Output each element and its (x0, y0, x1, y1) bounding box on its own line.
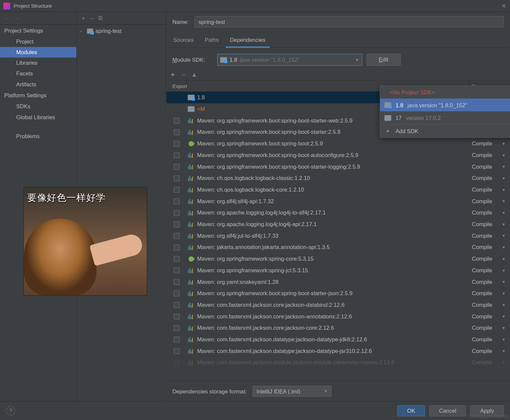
export-checkbox[interactable] (174, 360, 180, 366)
scope-select[interactable]: Compile▼ (469, 221, 510, 227)
dep-row[interactable]: Maven: org.springframework:spring-jcl:5.… (166, 265, 510, 276)
scope-select[interactable]: Compile▼ (469, 187, 510, 193)
scope-select[interactable]: Compile▼ (469, 256, 510, 262)
scope-select[interactable]: Compile▼ (469, 336, 510, 343)
meme-text: 要像好色一样好学 (24, 187, 147, 209)
popup-sdk-1.8[interactable]: 1.8 java version "1.8.0_152" (380, 99, 510, 112)
dep-row[interactable]: Maven: com.fasterxml.jackson.module:jack… (166, 357, 510, 368)
cancel-button[interactable]: Cancel (429, 405, 466, 416)
nav-problems[interactable]: Problems (0, 131, 76, 141)
export-checkbox[interactable] (174, 290, 180, 296)
scope-select[interactable]: Compile▼ (469, 232, 510, 239)
tab-paths[interactable]: Paths (204, 34, 220, 47)
dep-row[interactable]: Maven: org.apache.logging.log4j:log4j-to… (166, 207, 510, 218)
export-checkbox[interactable] (174, 118, 180, 124)
module-sdk-select[interactable]: 1.8 java version "1.8.0_152" ▼ (217, 54, 362, 66)
dep-row[interactable]: Maven: org.springframework.boot:spring-b… (166, 138, 510, 149)
export-checkbox[interactable] (174, 279, 180, 285)
dep-row[interactable]: Maven: org.slf4j:jul-to-slf4j:1.7.33Comp… (166, 230, 510, 242)
dep-row[interactable]: Maven: org.springframework.boot:spring-b… (166, 288, 510, 299)
ok-button[interactable]: OK (397, 405, 425, 416)
export-checkbox[interactable] (174, 302, 180, 308)
export-checkbox[interactable] (174, 140, 180, 146)
help-button[interactable]: ? (6, 406, 15, 415)
tab-dependencies[interactable]: Dependencies (229, 34, 266, 47)
export-checkbox[interactable] (174, 152, 180, 158)
nav-sdks[interactable]: SDKs (0, 101, 76, 112)
nav-project[interactable]: Project (0, 36, 76, 47)
edit-sdk-button[interactable]: Edit (367, 54, 401, 66)
dep-label: Maven: com.fasterxml.jackson.datatype:ja… (196, 348, 469, 354)
copy-module-icon[interactable]: ⧉ (98, 15, 103, 22)
export-checkbox[interactable] (174, 348, 180, 354)
module-name-input[interactable] (195, 16, 504, 27)
scope-select[interactable]: Compile▼ (469, 348, 510, 354)
move-up-icon[interactable]: ▲ (191, 71, 197, 78)
dep-row[interactable]: Maven: ch.qos.logback:logback-core:1.2.1… (166, 184, 510, 196)
export-checkbox[interactable] (174, 187, 180, 193)
close-icon[interactable]: ✕ (501, 2, 506, 9)
dep-row[interactable]: Maven: com.fasterxml.jackson.core:jackso… (166, 322, 510, 334)
export-checkbox[interactable] (174, 313, 180, 319)
dep-row[interactable]: Maven: com.fasterxml.jackson.core:jackso… (166, 299, 510, 311)
remove-module-icon[interactable]: − (90, 15, 94, 22)
dep-row[interactable]: Maven: org.apache.logging.log4j:log4j-ap… (166, 218, 510, 230)
dep-row[interactable]: Maven: org.springframework:spring-core:5… (166, 253, 510, 265)
scope-select[interactable]: Compile▼ (469, 267, 510, 273)
scope-select[interactable]: Compile▼ (469, 163, 510, 170)
export-checkbox[interactable] (174, 233, 180, 239)
nav-modules[interactable]: Modules (0, 47, 76, 57)
dep-row[interactable]: Maven: com.fasterxml.jackson.datatype:ja… (166, 345, 510, 357)
tree-node-module[interactable]: › spring-test (77, 27, 166, 36)
dep-row[interactable]: Maven: org.springframework.boot:spring-b… (166, 149, 510, 161)
tab-sources[interactable]: Sources (172, 34, 194, 47)
nav-libraries[interactable]: Libraries (0, 57, 76, 68)
scope-select[interactable]: Compile▼ (469, 198, 510, 204)
popup-add-sdk[interactable]: ＋ Add SDK › (380, 125, 510, 137)
scope-select[interactable]: Compile▼ (469, 244, 510, 250)
export-checkbox[interactable] (174, 164, 180, 170)
dep-row[interactable]: Maven: org.yaml:snakeyaml:1.28Compile▼ (166, 276, 510, 288)
export-checkbox[interactable] (174, 198, 180, 204)
scope-select[interactable]: Compile▼ (469, 175, 510, 181)
nav-global-libraries[interactable]: Global Libraries (0, 112, 76, 123)
watermark: CSDN @鱼找水需要时间 (468, 414, 509, 419)
chevron-down-icon: ▼ (502, 349, 505, 353)
storage-format-select[interactable]: IntelliJ IDEA (.iml) ▼ (253, 386, 332, 397)
scope-select[interactable]: Compile▼ (469, 290, 510, 296)
export-checkbox[interactable] (174, 336, 180, 342)
scope-select[interactable]: Compile▼ (469, 301, 510, 308)
scope-select[interactable]: Compile▼ (469, 359, 510, 366)
scope-select[interactable]: Compile▼ (469, 152, 510, 158)
remove-dep-icon[interactable]: − (182, 71, 185, 78)
popup-sdk-17[interactable]: 17 version 17.0.2 (380, 111, 510, 124)
export-checkbox[interactable] (174, 256, 180, 262)
export-checkbox[interactable] (174, 244, 180, 250)
dep-row[interactable]: Maven: org.springframework.boot:spring-b… (166, 161, 510, 172)
dep-row[interactable]: Maven: org.slf4j:slf4j-api:1.7.32Compile… (166, 196, 510, 207)
scope-select[interactable]: Compile▼ (469, 313, 510, 319)
export-checkbox[interactable] (174, 210, 180, 216)
dep-row[interactable]: Maven: com.fasterxml.jackson.datatype:ja… (166, 334, 510, 345)
forward-icon[interactable]: → (13, 14, 20, 22)
export-checkbox[interactable] (174, 129, 180, 135)
add-dep-icon[interactable]: ＋ (170, 71, 176, 78)
scope-select[interactable]: Compile▼ (469, 210, 510, 216)
export-checkbox[interactable] (174, 267, 180, 273)
back-icon[interactable]: ← (3, 14, 10, 22)
nav-artifacts[interactable]: Artifacts (0, 79, 76, 90)
scope-select[interactable]: Compile▼ (469, 140, 510, 147)
export-checkbox[interactable] (174, 221, 180, 227)
add-module-icon[interactable]: ＋ (80, 14, 86, 22)
export-checkbox[interactable] (174, 175, 180, 181)
dep-row[interactable]: Maven: com.fasterxml.jackson.core:jackso… (166, 310, 510, 322)
library-icon (188, 348, 194, 353)
scope-select[interactable]: Compile▼ (469, 325, 510, 331)
dep-row[interactable]: Maven: jakarta.annotation:jakarta.annota… (166, 241, 510, 253)
scope-select[interactable]: Compile▼ (469, 279, 510, 285)
dep-label: Maven: com.fasterxml.jackson.module:jack… (196, 359, 469, 366)
nav-facets[interactable]: Facets (0, 68, 76, 79)
export-checkbox[interactable] (174, 325, 180, 331)
dep-row[interactable]: Maven: ch.qos.logback:logback-classic:1.… (166, 172, 510, 184)
popup-no-sdk[interactable]: <No Project SDK> (380, 86, 510, 99)
